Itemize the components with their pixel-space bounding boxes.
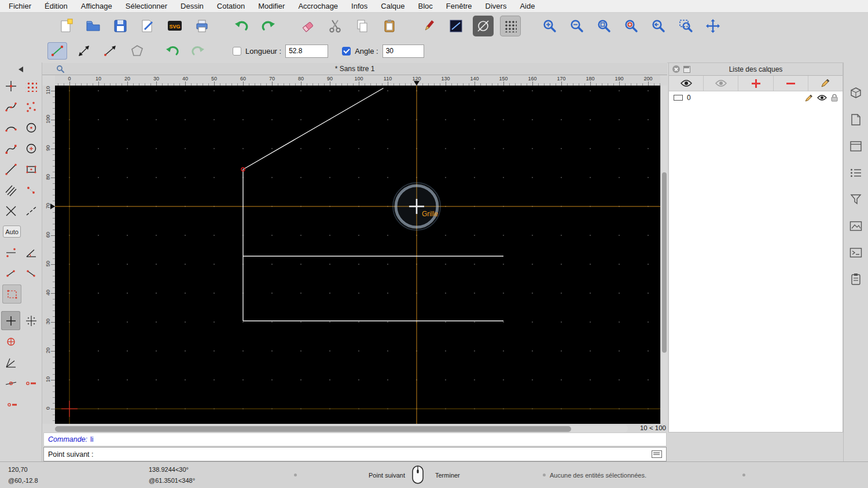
menu-item-2[interactable]: Affichage [81,2,112,10]
save-file-button[interactable] [110,16,131,36]
tool-circle-button[interactable] [21,118,41,137]
layer-edit-pencil-icon[interactable] [805,94,813,102]
tool-bezier-button[interactable] [1,139,20,158]
attributes-button[interactable] [446,16,466,36]
snap-angle-button[interactable] [1,353,20,372]
snap-endpoint-button[interactable] [1,332,20,351]
toggle-all-layers-button[interactable] [669,76,704,91]
svg-export-button[interactable]: SVG [164,16,185,36]
auto-snap-button[interactable]: Auto [3,225,21,238]
tool-ratio-a-button[interactable] [1,264,20,283]
command-input[interactable]: Point suivant : [43,447,667,461]
edit-layer-button[interactable] [808,76,843,91]
dock-library-button[interactable] [848,86,864,101]
zoom-redraw-button[interactable] [621,16,642,36]
delete-button[interactable] [297,16,318,36]
menu-item-6[interactable]: Modifier [258,2,285,10]
panel-float-icon[interactable] [683,66,690,73]
line-horizontal-button[interactable] [101,42,120,60]
tool-sequence-points-button[interactable] [21,180,41,199]
vertical-scrollbar-thumb[interactable] [662,172,667,353]
menu-item-9[interactable]: Calque [381,2,404,10]
dock-preview-button[interactable] [848,219,864,234]
new-file-button[interactable] [56,16,76,36]
tool-point-button[interactable] [1,76,20,95]
tool-points-grid-button[interactable] [21,76,41,95]
dock-page-setup-button[interactable] [848,112,864,127]
dock-window-button[interactable] [848,139,864,154]
redo-button[interactable] [258,16,279,36]
tool-rect-points-button[interactable] [21,160,41,179]
length-input[interactable] [285,45,328,58]
length-checkbox[interactable] [233,47,241,56]
tool-spline-button[interactable] [1,97,20,116]
document-titlebar[interactable]: * Sans titre 1 [42,63,667,75]
tool-line-tangent-button[interactable] [1,160,20,179]
tool-ratio-b-button[interactable] [21,264,41,283]
cut-button[interactable] [325,16,345,36]
menu-item-0[interactable]: Fichier [9,2,31,10]
zoom-auto-button[interactable] [594,16,615,36]
copy-button[interactable] [352,16,373,36]
dock-command-button[interactable] [848,245,864,260]
pen-edit-button[interactable] [418,16,439,36]
palette-collapse-button[interactable] [0,62,42,76]
zoom-out-button[interactable] [567,16,587,36]
toggle-construction-layers-button[interactable] [704,76,738,91]
snap-distance-button[interactable] [21,374,41,393]
menu-item-10[interactable]: Bloc [418,2,432,10]
tool-line-cross-button[interactable] [1,201,20,220]
tool-arc-button[interactable] [1,118,20,137]
menu-item-7[interactable]: Accrochage [298,2,338,10]
tool-select-area-button[interactable] [2,284,21,304]
print-preview-button[interactable] [192,16,212,36]
snap-free-button[interactable] [1,311,20,330]
angle-checkbox[interactable] [342,47,351,56]
menu-item-8[interactable]: Infos [351,2,367,10]
menu-item-11[interactable]: Fenêtre [446,2,472,10]
dock-filter-button[interactable] [848,192,864,207]
snap-lock-button[interactable] [2,394,21,413]
command-widget-toggle-icon[interactable] [652,450,662,458]
menu-item-12[interactable]: Divers [486,2,507,10]
tool-circle-center-button[interactable] [21,139,41,158]
polyline-button[interactable] [127,42,147,60]
dock-notes-button[interactable] [848,272,864,287]
menu-item-1[interactable]: Édition [45,2,68,10]
undo-button[interactable] [231,16,252,36]
menu-item-3[interactable]: Sélectionner [126,2,167,10]
snap-on-entity-button[interactable] [1,374,20,393]
circle-tool-button[interactable] [473,16,494,36]
undo-segment-button[interactable] [162,42,182,60]
grid-toggle-button[interactable] [500,16,521,36]
paste-button[interactable] [379,16,400,36]
horizontal-scrollbar[interactable] [55,425,628,432]
add-layer-button[interactable] [738,76,773,91]
redo-segment-button[interactable] [189,42,208,60]
zoom-in-button[interactable] [539,16,560,36]
drawing-canvas[interactable]: Grille [55,86,660,424]
menu-item-5[interactable]: Cotation [217,2,245,10]
open-file-button[interactable] [83,16,104,36]
menu-item-4[interactable]: Dessin [181,2,204,10]
save-as-button[interactable] [137,16,158,36]
layer-row[interactable]: 0 [669,91,843,104]
remove-layer-button[interactable] [774,76,808,91]
zoom-pan-button[interactable] [703,16,723,36]
vertical-scrollbar[interactable] [660,86,667,424]
layer-lock-icon[interactable] [831,94,838,102]
tool-coordinates-button[interactable] [1,243,20,262]
zoom-window-button[interactable] [675,16,696,36]
command-history[interactable]: Commande: li [43,432,667,446]
angle-input[interactable] [382,45,424,58]
panel-close-icon[interactable] [672,65,680,73]
layer-visibility-eye-icon[interactable] [817,94,827,101]
tool-angle-button[interactable] [21,243,41,262]
tool-line-dash-button[interactable] [21,201,41,220]
dock-list-button[interactable] [848,165,864,180]
horizontal-scrollbar-thumb[interactable] [55,426,571,432]
line-two-points-button[interactable] [47,42,67,60]
snap-grid-button[interactable] [21,311,41,330]
tool-points-free-button[interactable] [21,97,41,116]
tool-hatch-button[interactable] [1,180,20,199]
